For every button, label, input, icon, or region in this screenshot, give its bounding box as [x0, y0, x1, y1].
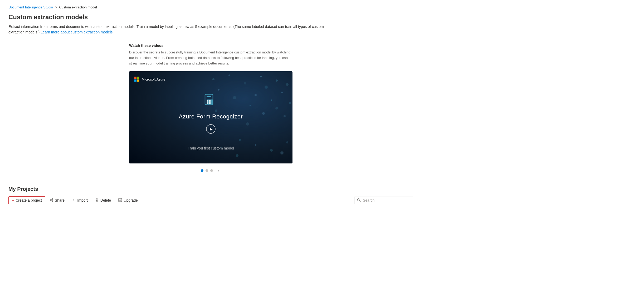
upgrade-icon: [118, 198, 122, 203]
svg-point-37: [50, 200, 51, 201]
delete-button[interactable]: Delete: [92, 197, 114, 204]
breadcrumb: Document Intelligence Studio > Custom ex…: [8, 5, 413, 9]
svg-rect-33: [207, 102, 208, 104]
import-icon: [72, 198, 76, 203]
carousel-dot-2[interactable]: [206, 169, 208, 172]
share-icon: [50, 198, 53, 203]
svg-point-36: [52, 201, 53, 202]
svg-rect-42: [96, 199, 98, 202]
plus-icon: +: [12, 198, 14, 202]
play-icon: ▶: [210, 127, 213, 131]
import-button[interactable]: Import: [69, 197, 91, 204]
projects-section: My Projects + Create a project: [8, 186, 413, 206]
svg-point-50: [358, 198, 360, 201]
share-label: Share: [55, 198, 65, 202]
upgrade-button[interactable]: Upgrade: [115, 197, 141, 204]
video-subtitle: Train you first custom model: [129, 146, 292, 150]
upgrade-label: Upgrade: [124, 198, 138, 202]
carousel-dot-3[interactable]: [210, 169, 213, 172]
projects-toolbar: + Create a project Share: [8, 196, 413, 206]
svg-line-38: [51, 199, 52, 200]
breadcrumb-link[interactable]: Document Intelligence Studio: [8, 5, 53, 9]
learn-more-link[interactable]: Learn more about custom extraction model…: [41, 30, 114, 34]
projects-title: My Projects: [8, 186, 413, 192]
share-button[interactable]: Share: [46, 197, 68, 204]
carousel-dot-1[interactable]: [201, 169, 203, 172]
svg-rect-32: [209, 100, 211, 102]
svg-point-35: [52, 198, 53, 200]
delete-icon: [95, 198, 99, 203]
video-section: Watch these videos Discover the secrets …: [8, 43, 413, 173]
delete-label: Delete: [100, 198, 111, 202]
video-title: Azure Form Recognizer: [179, 113, 243, 120]
search-box[interactable]: [354, 197, 413, 204]
page-title: Custom extraction models: [8, 13, 413, 21]
azure-form-icon: [203, 93, 219, 109]
import-label: Import: [77, 198, 88, 202]
svg-line-51: [360, 201, 361, 202]
play-button[interactable]: ▶: [206, 124, 216, 134]
video-center-items: Azure Form Recognizer ▶: [179, 93, 243, 134]
create-project-label: Create a project: [16, 198, 42, 202]
svg-line-39: [51, 200, 52, 201]
toolbar-left: + Create a project Share: [8, 196, 141, 204]
page-description: Extract information from forms and docum…: [8, 24, 325, 35]
video-player[interactable]: Microsoft Azure Azure: [129, 71, 292, 163]
video-info: Watch these videos Discover the secrets …: [129, 43, 292, 66]
breadcrumb-separator: >: [55, 6, 57, 9]
svg-rect-34: [209, 102, 211, 104]
carousel-next-button[interactable]: ›: [216, 168, 221, 173]
search-input[interactable]: [363, 198, 410, 202]
search-icon: [357, 198, 361, 203]
create-project-button[interactable]: + Create a project: [8, 196, 45, 204]
video-info-text: Discover the secrets to successfully tra…: [129, 50, 292, 66]
video-info-title: Watch these videos: [129, 43, 292, 48]
breadcrumb-current: Custom extraction model: [59, 5, 97, 9]
svg-rect-31: [207, 100, 208, 102]
carousel-controls: ›: [201, 168, 221, 173]
